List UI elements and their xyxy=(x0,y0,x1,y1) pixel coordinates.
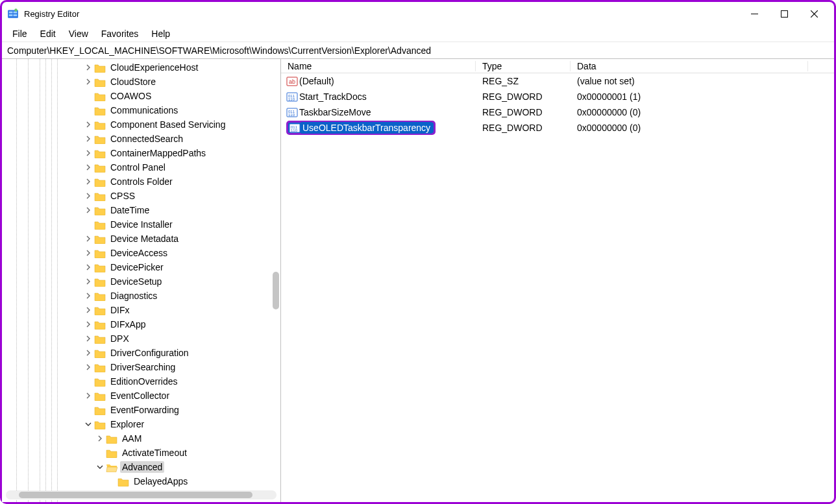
tree-item[interactable]: EventCollector xyxy=(2,389,280,403)
menu-view[interactable]: View xyxy=(62,27,95,41)
tree-item[interactable]: Component Based Servicing xyxy=(2,117,280,132)
value-row-selected[interactable]: UseOLEDTaskbarTransparency xyxy=(286,121,436,135)
expand-icon[interactable] xyxy=(84,163,93,172)
address-path: Computer\HKEY_LOCAL_MACHINE\SOFTWARE\Mic… xyxy=(7,45,431,56)
tree-item-label: EventForwarding xyxy=(108,404,181,416)
expand-icon[interactable] xyxy=(84,134,93,143)
tree-item[interactable]: DriverConfiguration xyxy=(2,346,280,360)
expand-icon[interactable] xyxy=(84,363,93,372)
value-row[interactable]: TaskbarSizeMoveREG_DWORD0x00000000 (0) xyxy=(281,104,834,120)
tree-horizontal-scrollbar-thumb[interactable] xyxy=(19,492,252,498)
values-list-pane[interactable]: Name Type Data (Default)REG_SZ(value not… xyxy=(281,59,834,502)
menu-favorites[interactable]: Favorites xyxy=(95,27,145,41)
expand-icon[interactable] xyxy=(84,177,93,186)
tree-item[interactable]: DateTime xyxy=(2,203,280,217)
expand-icon[interactable] xyxy=(84,234,93,243)
column-type[interactable]: Type xyxy=(476,61,571,71)
value-data: 0x00000001 (1) xyxy=(571,91,834,102)
no-expand-icon xyxy=(95,448,104,457)
tree-item[interactable]: COAWOS xyxy=(2,89,280,103)
expand-icon[interactable] xyxy=(84,334,93,343)
collapse-icon[interactable] xyxy=(95,462,104,472)
column-name[interactable]: Name xyxy=(281,61,476,71)
tree-item-label: DPX xyxy=(108,333,131,344)
tree-item-label: Communications xyxy=(108,104,180,116)
tree-horizontal-scrollbar[interactable] xyxy=(6,490,277,499)
reg-binary-icon xyxy=(286,106,298,118)
value-row[interactable]: UseOLEDTaskbarTransparencyREG_DWORD0x000… xyxy=(281,120,834,136)
titlebar[interactable]: Registry Editor xyxy=(2,2,834,25)
tree-item[interactable]: DeviceSetup xyxy=(2,274,280,289)
folder-icon xyxy=(94,363,106,372)
expand-icon[interactable] xyxy=(84,149,93,158)
tree-item[interactable]: ConnectedSearch xyxy=(2,132,280,146)
svg-rect-1 xyxy=(9,12,13,14)
folder-open-icon xyxy=(106,462,117,472)
expand-icon[interactable] xyxy=(84,348,93,357)
expand-icon[interactable] xyxy=(84,291,93,300)
tree-item[interactable]: Control Panel xyxy=(2,160,280,174)
expand-icon[interactable] xyxy=(84,120,93,129)
maximize-button[interactable] xyxy=(769,3,799,24)
tree-item[interactable]: CPSS xyxy=(2,189,280,203)
tree-item[interactable]: Device Metadata xyxy=(2,232,280,246)
tree-item[interactable]: DIFxApp xyxy=(2,317,280,331)
tree-item[interactable]: DIFx xyxy=(2,303,280,317)
tree-item[interactable]: DelayedApps xyxy=(2,474,280,488)
tree-item-label: CloudStore xyxy=(108,76,158,88)
expand-icon[interactable] xyxy=(84,206,93,215)
expand-icon[interactable] xyxy=(84,191,93,200)
tree-item-label: Control Panel xyxy=(108,162,167,173)
value-name: (Default) xyxy=(299,76,334,86)
expand-icon[interactable] xyxy=(84,248,93,258)
main-split: CloudExperienceHostCloudStoreCOAWOSCommu… xyxy=(2,59,834,502)
folder-icon xyxy=(94,420,106,429)
tree-item[interactable]: EventForwarding xyxy=(2,403,280,417)
expand-icon[interactable] xyxy=(84,391,93,400)
tree-item[interactable]: AAM xyxy=(2,431,280,446)
tree-item-label: ActivateTimeout xyxy=(120,447,189,459)
expand-icon[interactable] xyxy=(84,306,93,315)
tree-item[interactable]: Device Installer xyxy=(2,217,280,232)
tree-item[interactable]: Explorer xyxy=(2,417,280,431)
expand-icon[interactable] xyxy=(84,263,93,272)
collapse-icon[interactable] xyxy=(84,420,93,429)
expand-icon[interactable] xyxy=(84,63,93,72)
tree-item[interactable]: Diagnostics xyxy=(2,289,280,303)
value-name: UseOLEDTaskbarTransparency xyxy=(301,122,432,134)
minimize-button[interactable] xyxy=(739,3,769,24)
tree-item[interactable]: Advanced xyxy=(2,460,280,474)
menu-edit[interactable]: Edit xyxy=(34,27,62,41)
folder-icon xyxy=(94,134,106,144)
expand-icon[interactable] xyxy=(84,77,93,86)
column-data[interactable]: Data xyxy=(571,61,808,71)
folder-icon xyxy=(94,91,106,101)
tree-item[interactable]: DriverSearching xyxy=(2,360,280,374)
tree-item-label: DriverConfiguration xyxy=(108,347,191,359)
address-bar[interactable]: Computer\HKEY_LOCAL_MACHINE\SOFTWARE\Mic… xyxy=(2,42,834,59)
tree-item[interactable]: DPX xyxy=(2,331,280,346)
value-row[interactable]: (Default)REG_SZ(value not set) xyxy=(281,73,834,89)
tree-item[interactable]: ContainerMappedPaths xyxy=(2,146,280,160)
tree-item[interactable]: CloudExperienceHost xyxy=(2,60,280,75)
key-tree-pane[interactable]: CloudExperienceHostCloudStoreCOAWOSCommu… xyxy=(2,59,281,502)
tree-vertical-scrollbar-thumb[interactable] xyxy=(273,272,279,309)
value-row[interactable]: Start_TrackDocsREG_DWORD0x00000001 (1) xyxy=(281,89,834,104)
tree-item[interactable]: CloudStore xyxy=(2,75,280,89)
tree-item-label: EventCollector xyxy=(108,390,171,402)
tree-item[interactable]: DeviceAccess xyxy=(2,246,280,260)
tree-item[interactable]: DevicePicker xyxy=(2,260,280,274)
close-button[interactable] xyxy=(799,3,829,24)
svg-rect-6 xyxy=(751,14,758,14)
expand-icon[interactable] xyxy=(84,277,93,286)
expand-icon[interactable] xyxy=(84,320,93,329)
svg-rect-2 xyxy=(14,12,18,14)
expand-icon[interactable] xyxy=(95,434,104,443)
tree-item[interactable]: Communications xyxy=(2,103,280,117)
tree-item-label: CloudExperienceHost xyxy=(108,62,200,73)
tree-item[interactable]: EditionOverrides xyxy=(2,374,280,389)
tree-item[interactable]: Controls Folder xyxy=(2,174,280,189)
menu-file[interactable]: File xyxy=(6,27,34,41)
menu-help[interactable]: Help xyxy=(145,27,177,41)
tree-item[interactable]: ActivateTimeout xyxy=(2,446,280,460)
